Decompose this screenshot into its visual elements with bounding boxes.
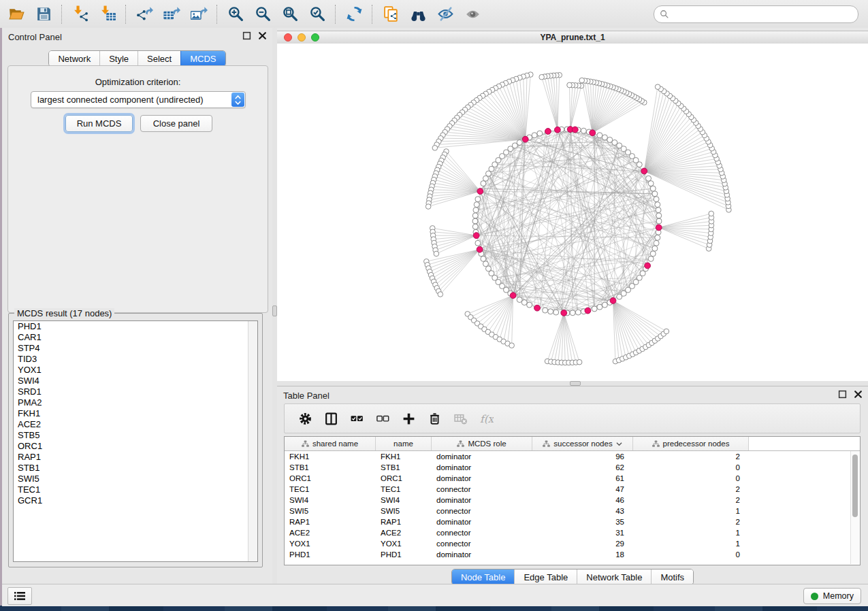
tab-network-table[interactable]: Network Table bbox=[577, 569, 651, 584]
cell-MCDS-role: dominator bbox=[432, 549, 532, 560]
mcds-result-item[interactable]: PMA2 bbox=[14, 397, 257, 408]
close-table-panel-icon[interactable] bbox=[854, 390, 863, 399]
close-panel-button[interactable]: Close panel bbox=[140, 115, 212, 132]
mcds-result-item[interactable]: STP4 bbox=[14, 343, 257, 354]
mcds-result-item[interactable]: ORC1 bbox=[14, 441, 257, 452]
network-window-title: YPA_prune.txt_1 bbox=[277, 33, 868, 42]
table-settings-button[interactable] bbox=[292, 406, 318, 431]
vertical-splitter-grip[interactable] bbox=[272, 306, 277, 316]
split-panel-button[interactable] bbox=[318, 406, 344, 431]
table-row[interactable]: PHD1PHD1dominator180 bbox=[285, 549, 860, 560]
table-scrollbar-thumb[interactable] bbox=[852, 455, 858, 517]
deselect-all-button[interactable] bbox=[370, 406, 396, 431]
cell-name: RAP1 bbox=[376, 516, 432, 527]
zoom-in-button[interactable] bbox=[222, 3, 249, 26]
cell-successor-nodes: 29 bbox=[532, 538, 633, 549]
vertical-splitter[interactable] bbox=[272, 28, 277, 584]
hide-selected-button[interactable] bbox=[432, 3, 459, 26]
table-row[interactable]: ORC1ORC1dominator610 bbox=[285, 473, 860, 484]
mcds-result-item[interactable]: TEC1 bbox=[14, 484, 257, 495]
tab-node-table[interactable]: Node Table bbox=[452, 569, 515, 584]
cell-predecessor-nodes: 0 bbox=[633, 462, 749, 473]
tab-mcds[interactable]: MCDS bbox=[180, 51, 225, 66]
table-row[interactable]: YOX1YOX1connector291 bbox=[285, 538, 860, 549]
network-graph[interactable] bbox=[277, 44, 868, 381]
run-mcds-button[interactable]: Run MCDS bbox=[65, 115, 133, 132]
export-network-button[interactable] bbox=[131, 3, 158, 26]
mcds-result-item[interactable]: STB5 bbox=[14, 430, 257, 441]
column-header-shared-name[interactable]: shared name bbox=[285, 437, 376, 450]
network-from-selection-button[interactable] bbox=[377, 3, 404, 26]
table-row[interactable]: STB1STB1dominator620 bbox=[285, 462, 860, 473]
mcds-result-item[interactable]: YOX1 bbox=[14, 365, 257, 376]
search-input[interactable] bbox=[673, 9, 852, 20]
import-table-button[interactable] bbox=[94, 3, 121, 26]
zoom-selected-button[interactable] bbox=[304, 3, 331, 26]
horizontal-splitter[interactable] bbox=[277, 381, 868, 386]
mcds-result-item[interactable]: FKH1 bbox=[14, 408, 257, 419]
cell-predecessor-nodes: 1 bbox=[633, 506, 749, 516]
node-table-header: shared namenameMCDS rolesuccessor nodesp… bbox=[285, 437, 860, 451]
cell-MCDS-role: connector bbox=[432, 538, 532, 549]
table-row[interactable]: FKH1FKH1dominator962 bbox=[285, 451, 860, 462]
mcds-result-item[interactable]: RAP1 bbox=[14, 452, 257, 463]
mcds-result-list[interactable]: PHD1CAR1STP4TID3YOX1SWI4SRD1PMA2FKH1ACE2… bbox=[13, 320, 258, 562]
table-row[interactable]: TEC1TEC1connector472 bbox=[285, 484, 860, 495]
select-all-button[interactable] bbox=[344, 406, 370, 431]
network-canvas[interactable] bbox=[277, 44, 868, 381]
tab-motifs[interactable]: Motifs bbox=[651, 569, 693, 584]
save-session-button[interactable] bbox=[30, 3, 57, 26]
mcds-result-item[interactable]: SWI4 bbox=[14, 376, 257, 386]
tab-style[interactable]: Style bbox=[99, 51, 138, 66]
import-network-button[interactable] bbox=[67, 3, 94, 26]
optimization-criterion-select[interactable]: largest connected component (undirected) bbox=[31, 91, 246, 108]
column-header-successor-nodes[interactable]: successor nodes bbox=[532, 437, 633, 450]
cell-name: ORC1 bbox=[376, 473, 432, 484]
mcds-list-scrollbar[interactable] bbox=[248, 321, 257, 561]
table-row[interactable]: SWI4SWI4dominator462 bbox=[285, 495, 860, 506]
show-hidden-button[interactable] bbox=[459, 3, 486, 26]
float-panel-icon[interactable] bbox=[242, 31, 251, 40]
table-scrollbar[interactable] bbox=[850, 451, 859, 564]
cell-shared-name: STB1 bbox=[285, 462, 376, 473]
open-file-button[interactable] bbox=[3, 3, 30, 26]
cell-predecessor-nodes: 2 bbox=[633, 495, 749, 506]
zoom-fit-button[interactable] bbox=[276, 3, 304, 26]
mcds-result-item[interactable]: SWI5 bbox=[14, 474, 257, 484]
export-table-button[interactable] bbox=[158, 3, 185, 26]
column-header-MCDS-role[interactable]: MCDS role bbox=[432, 437, 532, 450]
table-row[interactable]: RAP1RAP1dominator352 bbox=[285, 516, 860, 527]
tab-edge-table[interactable]: Edge Table bbox=[514, 569, 577, 584]
mcds-result-item[interactable]: PHD1 bbox=[14, 321, 257, 332]
zoom-out-button[interactable] bbox=[249, 3, 276, 26]
table-row[interactable]: SWI5SWI5connector431 bbox=[285, 506, 860, 516]
task-history-button[interactable] bbox=[7, 587, 32, 605]
toolbar-separator bbox=[216, 5, 218, 24]
search-box[interactable] bbox=[654, 5, 858, 23]
search-binoculars-button[interactable] bbox=[404, 3, 432, 26]
node-table[interactable]: shared namenameMCDS rolesuccessor nodesp… bbox=[284, 436, 861, 565]
export-image-button[interactable] bbox=[185, 3, 212, 26]
mcds-result-item[interactable]: ACE2 bbox=[14, 419, 257, 430]
table-row[interactable]: ACE2ACE2connector311 bbox=[285, 527, 860, 538]
float-table-panel-icon[interactable] bbox=[838, 390, 847, 399]
mcds-result-item[interactable]: GCR1 bbox=[14, 495, 257, 506]
mcds-result-item[interactable]: CAR1 bbox=[14, 332, 257, 343]
column-header-name[interactable]: name bbox=[376, 437, 432, 450]
cell-MCDS-role: dominator bbox=[432, 473, 532, 484]
cell-shared-name: YOX1 bbox=[285, 538, 376, 549]
network-window-titlebar[interactable]: YPA_prune.txt_1 bbox=[277, 31, 868, 44]
tab-select[interactable]: Select bbox=[138, 51, 180, 66]
delete-column-button[interactable] bbox=[421, 406, 447, 431]
add-column-button[interactable] bbox=[396, 406, 421, 431]
close-panel-icon[interactable] bbox=[258, 31, 267, 40]
mcds-result-item[interactable]: TID3 bbox=[14, 354, 257, 365]
memory-button[interactable]: Memory bbox=[803, 588, 861, 604]
cell-predecessor-nodes: 1 bbox=[633, 538, 749, 549]
tab-network[interactable]: Network bbox=[49, 51, 99, 66]
mcds-result-item[interactable]: STB1 bbox=[14, 463, 257, 474]
refresh-layout-button[interactable] bbox=[340, 3, 368, 26]
horizontal-splitter-grip[interactable] bbox=[570, 381, 581, 386]
mcds-result-item[interactable]: SRD1 bbox=[14, 386, 257, 397]
column-header-predecessor-nodes[interactable]: predecessor nodes bbox=[633, 437, 749, 450]
